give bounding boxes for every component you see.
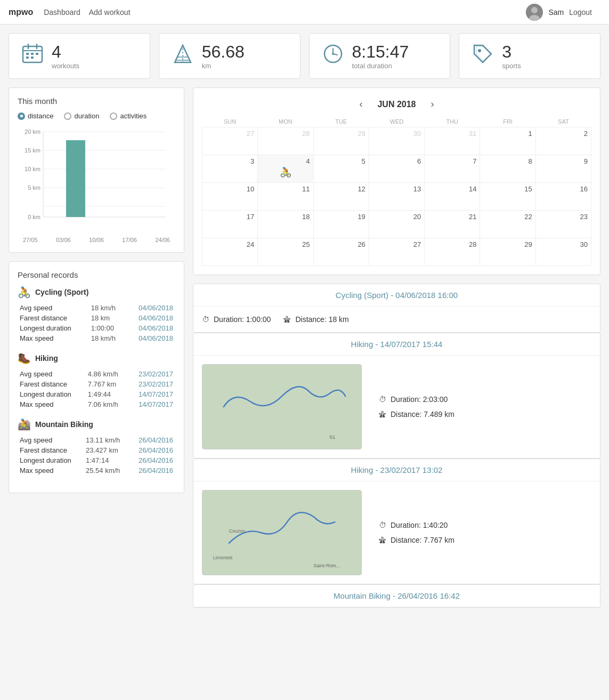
pr-value: 4.86 km/h [86, 369, 128, 379]
pr-label: Max speed [18, 333, 89, 343]
calendar-day: 11 [258, 183, 313, 211]
pr-date[interactable]: 26/04/2016 [129, 465, 175, 476]
calendar-day: 25 [258, 238, 313, 266]
workout-card: Cycling (Sport) - 04/06/2018 16:00 ⏱ Dur… [193, 284, 600, 333]
personal-records-title: Personal records [18, 270, 175, 279]
this-month-card: This month distance duration activities [9, 87, 184, 253]
cal-header: FRI [480, 116, 535, 127]
pr-date[interactable]: 14/07/2017 [128, 399, 175, 409]
workout-title[interactable]: Cycling (Sport) - 04/06/2018 16:00 [336, 291, 458, 300]
pr-date[interactable]: 26/04/2016 [129, 455, 175, 465]
main-layout: This month distance duration activities [0, 87, 609, 616]
svg-text:10 km: 10 km [25, 166, 40, 172]
pr-label: Avg speed [18, 369, 86, 379]
calendar-day: 27 [369, 238, 424, 266]
radio-distance[interactable]: distance [18, 112, 53, 120]
calendar-header: ‹ JUN 2018 › [202, 96, 591, 112]
workout-duration-value: Duration: 1:00:00 [214, 315, 271, 324]
left-column: This month distance duration activities [9, 87, 184, 608]
radio-activities[interactable]: activities [110, 112, 147, 120]
calendar-day[interactable]: 4 🚴 [258, 155, 313, 183]
workout-card: Hiking - 23/02/2017 13:02 Limonest Saint… [193, 458, 600, 584]
svg-point-21 [478, 49, 481, 52]
calendar-day: 17 [202, 211, 258, 238]
workout-header: Hiking - 14/07/2017 15:44 [193, 333, 600, 356]
calendar-day: 27 [202, 127, 258, 155]
calendar-day: 30 [369, 127, 424, 155]
stat-duration-data: 8:15:47 total duration [352, 42, 409, 70]
workout-stats: ⏱ Duration: 1:40:20 🛣 Distance: 7.767 km [370, 517, 463, 549]
pr-date[interactable]: 26/04/2016 [129, 435, 175, 445]
pr-date[interactable]: 04/06/2018 [126, 313, 175, 323]
calendar-day: 29 [480, 238, 535, 266]
pr-sport-icon: 🥾 [18, 352, 31, 365]
radio-duration-circle [64, 112, 71, 120]
pr-sport-name: Hiking [35, 354, 58, 363]
cal-event-icon: 🚴 [261, 166, 310, 178]
nav-right: Sam Logout [526, 4, 600, 21]
pr-date[interactable]: 04/06/2018 [126, 303, 175, 313]
calendar-day: 5 [313, 155, 369, 183]
duration-icon: ⏱ [202, 315, 209, 324]
pr-record: Avg speed 18 km/h 04/06/2018 [18, 303, 175, 313]
road-icon [172, 43, 193, 69]
calendar-day: 19 [313, 211, 369, 238]
pr-value: 1:47:14 [84, 455, 129, 465]
pr-record: Longest duration 1:00:00 04/06/2018 [18, 323, 175, 333]
navbar: mpwo Dashboard Add workout Sam Logout [0, 0, 609, 25]
nav-add-workout[interactable]: Add workout [89, 8, 131, 17]
chart-options: distance duration activities [18, 112, 175, 120]
workout-map: 51 [202, 364, 362, 449]
pr-table: Avg speed 18 km/h 04/06/2018 Farest dist… [18, 303, 175, 343]
workout-title[interactable]: Hiking - 14/07/2017 15:44 [351, 340, 443, 349]
pr-date[interactable]: 04/06/2018 [126, 333, 175, 343]
svg-text:0 km: 0 km [28, 214, 40, 220]
cal-header: SUN [202, 116, 258, 127]
radio-distance-circle [18, 112, 25, 120]
workout-title[interactable]: Mountain Biking - 26/04/2016 16:42 [334, 591, 460, 600]
distance-icon: 🛣 [379, 536, 386, 544]
pr-label: Longest duration [18, 323, 89, 333]
calendar-day: 15 [480, 183, 535, 211]
nav-brand[interactable]: mpwo [9, 7, 33, 17]
pr-sport: 🚵 Mountain Biking Avg speed 13.11 km/h 2… [18, 418, 175, 476]
pr-record: Avg speed 4.86 km/h 23/02/2017 [18, 369, 175, 379]
workout-body: Limonest Saint-Rom... Couzou ⏱ Duration:… [193, 481, 600, 584]
calendar-day: 8 [480, 155, 535, 183]
pr-record: Max speed 18 km/h 04/06/2018 [18, 333, 175, 343]
pr-label: Longest duration [18, 455, 84, 465]
calendar-day: 3 [202, 155, 258, 183]
calendar-next-button[interactable]: › [427, 96, 439, 112]
svg-rect-11 [31, 57, 34, 59]
chart-x-labels: 27/05 03/06 10/06 17/06 24/06 [18, 237, 175, 243]
radio-duration-label: duration [74, 112, 99, 120]
pr-value: 7.767 km [86, 379, 128, 389]
right-column: ‹ JUN 2018 › SUNMONTUEWEDTHUFRISAT 27 28… [193, 87, 600, 608]
workout-distance: 🛣 Distance: 7.489 km [379, 410, 454, 419]
nav-logout[interactable]: Logout [569, 8, 592, 17]
calendar-day: 30 [535, 238, 591, 266]
nav-dashboard[interactable]: Dashboard [44, 8, 80, 17]
pr-record: Avg speed 13.11 km/h 26/04/2016 [18, 435, 175, 445]
pr-date[interactable]: 23/02/2017 [128, 379, 175, 389]
pr-value: 18 km [89, 313, 126, 323]
pr-record: Longest duration 1:47:14 26/04/2016 [18, 455, 175, 465]
duration-icon: ⏱ [379, 395, 386, 404]
chart-bar [66, 140, 85, 217]
pr-container: 🚴 Cycling (Sport) Avg speed 18 km/h 04/0… [18, 286, 175, 476]
svg-marker-20 [474, 45, 491, 62]
workout-title[interactable]: Hiking - 23/02/2017 13:02 [351, 465, 443, 474]
radio-activities-circle [110, 112, 117, 120]
calendar-day: 26 [313, 238, 369, 266]
pr-sport-name: Cycling (Sport) [35, 288, 88, 296]
calendar-prev-button[interactable]: ‹ [355, 96, 367, 112]
calendar-day: 1 [480, 127, 535, 155]
pr-date[interactable]: 14/07/2017 [128, 389, 175, 399]
pr-date[interactable]: 23/02/2017 [128, 369, 175, 379]
this-month-title: This month [18, 96, 175, 106]
stat-duration-value: 8:15:47 [352, 42, 409, 62]
radio-activities-label: activities [120, 112, 147, 120]
radio-duration[interactable]: duration [64, 112, 99, 120]
pr-date[interactable]: 04/06/2018 [126, 323, 175, 333]
pr-date[interactable]: 26/04/2016 [129, 445, 175, 455]
